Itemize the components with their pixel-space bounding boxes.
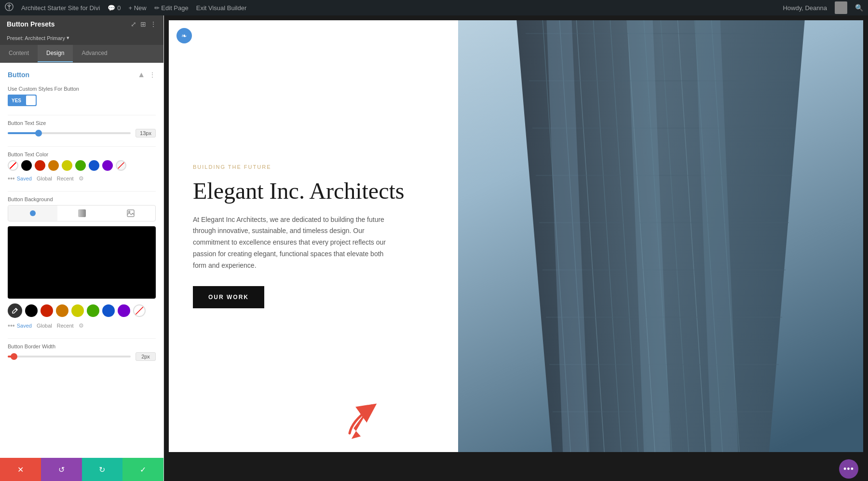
comment-count-link[interactable]: 💬 0 bbox=[108, 4, 121, 12]
search-icon[interactable]: 🔍 bbox=[855, 4, 863, 12]
bg-swatch-orange[interactable] bbox=[56, 304, 68, 317]
bg-color-row bbox=[8, 303, 156, 318]
bg-tab-color[interactable] bbox=[8, 206, 57, 221]
custom-styles-toggle[interactable]: YES bbox=[8, 95, 37, 106]
three-dots-button[interactable]: ••• bbox=[839, 459, 858, 479]
color-swatch-red[interactable] bbox=[35, 160, 45, 171]
panel-header-icons: ⤢ ⊞ ⋮ bbox=[131, 20, 157, 28]
color-swatch-blue[interactable] bbox=[89, 160, 99, 171]
text-color-swatches bbox=[8, 160, 156, 171]
tab-design[interactable]: Design bbox=[38, 45, 73, 62]
color-swatch-purple[interactable] bbox=[102, 160, 113, 171]
bg-color-meta-recent: Recent bbox=[57, 323, 74, 329]
color-swatch-green[interactable] bbox=[75, 160, 86, 171]
text-color-meta: Saved Global Recent ⚙ bbox=[17, 175, 84, 182]
border-width-label: Button Border Width bbox=[8, 344, 156, 349]
color-settings-icon[interactable]: ⚙ bbox=[79, 175, 84, 182]
toggle-yes-label: YES bbox=[8, 95, 25, 106]
wp-logo-icon[interactable] bbox=[5, 2, 14, 14]
color-meta-saved: Saved bbox=[17, 176, 32, 181]
redo-icon: ↻ bbox=[99, 465, 105, 474]
howdy-text: Howdy, Deanna bbox=[783, 4, 827, 12]
bg-label: Button Background bbox=[8, 196, 156, 202]
bg-swatch-eraser[interactable] bbox=[133, 304, 146, 317]
color-swatch-transparent[interactable] bbox=[8, 160, 18, 171]
border-width-slider-thumb[interactable] bbox=[11, 353, 17, 360]
border-width-slider-track[interactable] bbox=[8, 356, 131, 357]
edit-page-link[interactable]: ✏ Edit Page bbox=[154, 4, 189, 12]
custom-styles-toggle-wrap: YES bbox=[8, 95, 156, 106]
bg-field: Button Background bbox=[8, 196, 156, 330]
panel-footer: ✕ ↺ ↻ ✓ bbox=[0, 458, 163, 481]
bg-swatch-yellow[interactable] bbox=[71, 304, 84, 317]
preset-chevron-icon: ▾ bbox=[67, 35, 69, 41]
columns-icon[interactable]: ⊞ bbox=[140, 20, 146, 28]
bg-color-meta-global: Global bbox=[37, 323, 52, 329]
bg-swatch-black[interactable] bbox=[25, 304, 38, 317]
bg-color-preview[interactable] bbox=[8, 226, 156, 299]
panel-header: Button Presets ⤢ ⊞ ⋮ bbox=[0, 15, 163, 33]
svg-line-6 bbox=[134, 305, 145, 316]
section-collapse-icon[interactable]: ▲ bbox=[137, 70, 145, 79]
svg-rect-2 bbox=[78, 209, 86, 217]
bg-tab-gradient[interactable] bbox=[57, 206, 107, 221]
redo-button[interactable]: ↻ bbox=[82, 458, 123, 481]
color-dots-icon[interactable]: ••• bbox=[8, 175, 15, 182]
divi-icon[interactable]: ❧ bbox=[176, 28, 192, 43]
main-layout: Button Presets ⤢ ⊞ ⋮ Preset: Architect P… bbox=[0, 15, 868, 481]
save-button[interactable]: ✓ bbox=[122, 458, 163, 481]
building-svg bbox=[458, 20, 863, 452]
avatar bbox=[835, 1, 847, 14]
site-name-link[interactable]: Architect Starter Site for Divi bbox=[21, 4, 100, 12]
bg-color-settings-icon[interactable]: ⚙ bbox=[79, 322, 84, 329]
text-color-label: Button Text Color bbox=[8, 151, 156, 157]
preset-dropdown[interactable]: Preset: Architect Primary ▾ bbox=[7, 35, 69, 41]
panel-menu-icon[interactable]: ⋮ bbox=[150, 20, 157, 28]
bg-tab-image[interactable] bbox=[106, 206, 155, 221]
preview-title: Elegant Inc. Architects bbox=[193, 178, 434, 204]
close-icon: ✕ bbox=[17, 465, 24, 474]
red-arrow-icon bbox=[342, 402, 381, 440]
color-swatch-eraser[interactable] bbox=[116, 160, 126, 171]
bg-color-meta: Saved Global Recent ⚙ bbox=[17, 322, 84, 329]
bg-color-dots-icon[interactable]: ••• bbox=[8, 322, 15, 330]
section-header: Button ▲ ⋮ bbox=[8, 70, 156, 79]
preview-content-section: ❧ BUILDING THE FUTURE Elegant Inc. Archi… bbox=[169, 20, 458, 452]
bg-swatch-red[interactable] bbox=[41, 304, 53, 317]
bg-swatch-purple[interactable] bbox=[118, 304, 130, 317]
wp-admin-bar: Architect Starter Site for Divi 💬 0 + Ne… bbox=[0, 0, 868, 15]
section-menu-icon[interactable]: ⋮ bbox=[149, 71, 156, 79]
close-button[interactable]: ✕ bbox=[0, 458, 41, 481]
section-header-controls: ▲ ⋮ bbox=[137, 70, 156, 79]
bg-swatch-blue[interactable] bbox=[102, 304, 115, 317]
comment-icon: 💬 bbox=[108, 4, 115, 12]
color-swatch-orange[interactable] bbox=[48, 160, 59, 171]
eyedropper-button[interactable] bbox=[8, 303, 22, 318]
preview-image-section bbox=[458, 20, 863, 452]
svg-line-1 bbox=[117, 161, 125, 170]
right-content: ❧ BUILDING THE FUTURE Elegant Inc. Archi… bbox=[164, 15, 868, 481]
exit-builder-link[interactable]: Exit Visual Builder bbox=[196, 4, 247, 12]
preview-cta-button[interactable]: OUR WORK bbox=[193, 286, 264, 308]
text-size-slider-thumb[interactable] bbox=[35, 130, 42, 137]
bg-swatch-green[interactable] bbox=[87, 304, 99, 317]
panel-tabs: Content Design Advanced bbox=[0, 45, 163, 63]
border-width-slider-wrap: 2px bbox=[8, 352, 156, 361]
section-title: Button bbox=[8, 71, 29, 79]
color-meta-global: Global bbox=[37, 176, 52, 181]
maximize-icon[interactable]: ⤢ bbox=[131, 20, 136, 28]
color-swatch-black[interactable] bbox=[21, 160, 32, 171]
tab-content[interactable]: Content bbox=[0, 45, 38, 62]
color-swatch-yellow[interactable] bbox=[62, 160, 72, 171]
tab-advanced[interactable]: Advanced bbox=[73, 45, 116, 62]
undo-button[interactable]: ↺ bbox=[41, 458, 82, 481]
color-meta-recent: Recent bbox=[57, 176, 74, 181]
bg-type-tabs bbox=[8, 205, 156, 221]
panel-content: Button ▲ ⋮ Use Custom Styles For Button … bbox=[0, 63, 163, 458]
preview-bottom-bar: ••• bbox=[164, 457, 868, 481]
text-color-field: Button Text Color ••• bbox=[8, 151, 156, 182]
preset-bar: Preset: Architect Primary ▾ bbox=[0, 33, 163, 45]
text-size-slider-wrap: 13px bbox=[8, 129, 156, 137]
text-size-slider-track[interactable] bbox=[8, 132, 131, 134]
new-link[interactable]: + New bbox=[129, 4, 147, 12]
